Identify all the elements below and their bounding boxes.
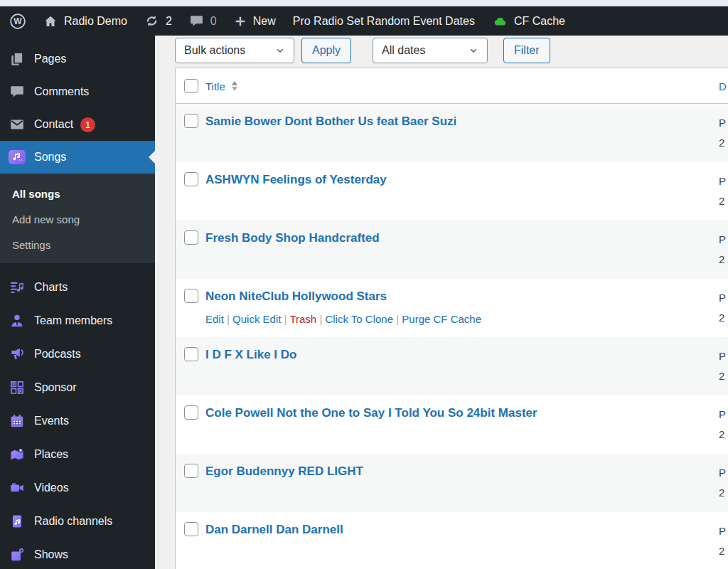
row-date: 2 xyxy=(719,250,726,270)
sidebar-subitem-settings[interactable]: Settings xyxy=(0,232,155,257)
new-button[interactable]: New xyxy=(234,15,276,28)
row-action-trash[interactable]: Trash xyxy=(289,313,316,325)
song-title-link[interactable]: ASHWYN Feelings of Yesterday xyxy=(205,172,387,187)
cf-cache-label: CF Cache xyxy=(514,15,565,28)
songs-table: Title D Samie Bower Dont Bother Us feat … xyxy=(175,68,728,569)
dates-filter-select[interactable]: All dates xyxy=(373,38,488,63)
new-label: New xyxy=(253,15,276,28)
song-title-link[interactable]: I D F X Like I Do xyxy=(205,347,296,362)
row-checkbox[interactable] xyxy=(184,522,198,536)
row-date: 2 xyxy=(719,191,726,211)
sidebar-item-videos[interactable]: Videos xyxy=(0,471,155,504)
sidebar-item-team-members[interactable]: Team members xyxy=(0,304,155,337)
row-checkbox[interactable] xyxy=(184,230,198,245)
comments-indicator[interactable]: 0 xyxy=(189,14,217,28)
wordpress-menu-item[interactable]: W xyxy=(9,13,26,30)
updates-indicator[interactable]: 2 xyxy=(144,14,172,28)
map-pin-icon xyxy=(9,446,26,463)
svg-text:W: W xyxy=(14,16,22,26)
contact-count-badge: 1 xyxy=(80,117,95,132)
row-status: P xyxy=(719,171,726,191)
table-row: Cole Powell Not the One to Say I Told Yo… xyxy=(176,395,728,454)
sidebar-item-label: Comments xyxy=(34,85,89,98)
sidebar-item-shows[interactable]: Shows xyxy=(0,538,155,569)
songs-icon xyxy=(9,149,26,166)
select-all-checkbox[interactable] xyxy=(184,79,198,93)
table-row: Dan Darnell Dan Darnell P 2 xyxy=(176,512,728,569)
row-checkbox[interactable] xyxy=(184,347,198,361)
plugin-menu-item[interactable]: Pro Radio Set Random Event Dates xyxy=(293,15,475,28)
row-checkbox[interactable] xyxy=(184,405,198,420)
sidebar-item-events[interactable]: Events xyxy=(0,404,155,437)
song-title-link[interactable]: Egor Budennyy RED LIGHT xyxy=(205,464,363,479)
sponsor-grid-icon xyxy=(9,379,26,396)
row-checkbox[interactable] xyxy=(184,464,198,478)
site-name-link[interactable]: Radio Demo xyxy=(43,14,127,28)
sidebar-item-podcasts[interactable]: Podcasts xyxy=(0,337,155,371)
sidebar-item-label: Charts xyxy=(34,281,68,294)
table-rows: Samie Bower Dont Bother Us feat Baer Suz… xyxy=(176,104,728,569)
bulk-actions-value: Bulk actions xyxy=(184,44,245,57)
row-status: P xyxy=(719,288,726,308)
cf-cache-menu-item[interactable]: CF Cache xyxy=(492,14,565,28)
chevron-down-icon xyxy=(469,46,478,55)
sidebar-item-comments[interactable]: Comments xyxy=(0,75,155,108)
title-column-header[interactable]: Title xyxy=(205,68,237,104)
charts-icon xyxy=(9,279,26,296)
sidebar-item-contact[interactable]: Contact 1 xyxy=(0,108,155,141)
song-title-link[interactable]: Neon NiteClub Hollywood Stars xyxy=(205,289,387,304)
home-icon xyxy=(43,14,58,28)
megaphone-icon xyxy=(9,346,26,363)
sidebar-subitem-all-songs[interactable]: All songs xyxy=(0,181,155,206)
song-title-link[interactable]: Cole Powell Not the One to Say I Told Yo… xyxy=(205,405,537,420)
sidebar-item-label: Podcasts xyxy=(34,348,81,361)
video-camera-icon xyxy=(9,479,26,496)
sidebar-subitem-add-new-song[interactable]: Add new song xyxy=(0,206,155,232)
sidebar-item-radio-channels[interactable]: Radio channels xyxy=(0,504,155,538)
comment-bubble-icon xyxy=(189,14,204,28)
song-title-link[interactable]: Dan Darnell Dan Darnell xyxy=(205,522,343,537)
filter-button[interactable]: Filter xyxy=(503,38,550,63)
bulk-actions-select[interactable]: Bulk actions xyxy=(175,38,294,63)
sidebar-item-pages[interactable]: Pages xyxy=(0,43,155,75)
updates-count: 2 xyxy=(166,15,172,28)
sidebar-item-charts[interactable]: Charts xyxy=(0,270,155,304)
sidebar: Pages Comments Contact 1 xyxy=(0,36,155,569)
table-row: ASHWYN Feelings of Yesterday P 2 xyxy=(176,162,728,220)
sidebar-item-songs[interactable]: Songs xyxy=(0,141,155,174)
board-pen-icon xyxy=(9,546,26,563)
row-action-quick-edit[interactable]: Quick Edit xyxy=(232,313,281,325)
main-content: Bulk actions Apply All dates Filter Titl… xyxy=(155,36,728,569)
comments-icon xyxy=(9,83,26,100)
row-date: 2 xyxy=(719,133,726,153)
sidebar-item-label: Events xyxy=(34,415,69,427)
song-title-link[interactable]: Fresh Body Shop Handcrafted xyxy=(205,230,380,245)
row-status: P xyxy=(719,346,726,366)
comments-count: 0 xyxy=(210,15,217,28)
sidebar-item-label: Sponsor xyxy=(34,381,77,394)
action-separator: | xyxy=(281,313,289,325)
date-column-header[interactable]: D xyxy=(719,68,727,104)
row-date-cell: P 2 xyxy=(719,346,726,386)
plus-icon xyxy=(234,15,247,28)
submenu-item-label: Add new song xyxy=(12,213,80,225)
sort-arrows xyxy=(232,81,237,91)
sort-asc-icon xyxy=(232,81,237,85)
row-checkbox[interactable] xyxy=(184,172,198,186)
row-action-edit[interactable]: Edit xyxy=(205,313,224,325)
row-action-purge-cf-cache[interactable]: Purge CF Cache xyxy=(402,313,481,325)
row-checkbox[interactable] xyxy=(184,289,198,303)
row-date-cell: P 2 xyxy=(719,521,726,561)
sidebar-item-sponsor[interactable]: Sponsor xyxy=(0,371,155,404)
row-date-cell: P 2 xyxy=(719,463,726,503)
sidebar-item-places[interactable]: Places xyxy=(0,437,155,471)
action-separator: | xyxy=(316,313,325,325)
row-date-cell: P 2 xyxy=(719,113,726,153)
row-checkbox[interactable] xyxy=(184,114,198,128)
list-table-toolbar: Bulk actions Apply All dates Filter xyxy=(175,38,550,63)
apply-button[interactable]: Apply xyxy=(301,38,351,63)
sidebar-item-label: Radio channels xyxy=(34,515,112,528)
song-title-link[interactable]: Samie Bower Dont Bother Us feat Baer Suz… xyxy=(205,114,456,129)
row-action-click-to-clone[interactable]: Click To Clone xyxy=(325,313,393,325)
row-date: 2 xyxy=(719,308,726,328)
